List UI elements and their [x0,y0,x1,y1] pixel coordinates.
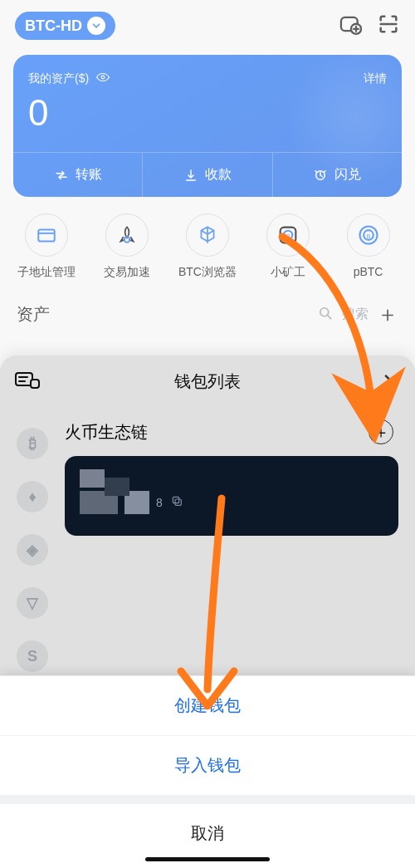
svg-rect-4 [39,230,56,242]
svg-text:B: B [366,233,370,239]
chevron-down-icon [87,17,105,35]
shortcut-miner[interactable]: B 小矿工 [247,213,328,280]
asset-detail-link[interactable]: 详情 [364,71,387,86]
svg-point-3 [316,170,325,179]
search-placeholder[interactable]: 搜索 [342,306,369,323]
create-wallet-option[interactable]: 创建钱包 [0,676,415,736]
wallet-list-title: 钱包列表 [0,370,415,393]
asset-card: 我的资产($) 详情 0 转账 收款 闪兑 [13,55,402,197]
add-asset-button[interactable]: ＋ [377,300,398,329]
add-wallet-plus-button[interactable]: ＋ [369,419,393,444]
receive-button[interactable]: 收款 [142,153,271,197]
transfer-button[interactable]: 转账 [13,153,142,197]
scan-icon[interactable] [377,12,400,39]
shortcut-pbtc[interactable]: B pBTC [328,213,408,280]
chain-btc[interactable]: ₿ [17,428,48,459]
wallet-selector-pill[interactable]: BTC-HD [15,12,115,40]
assets-title: 资产 [17,303,50,326]
shortcuts-row: 子地址管理 交易加速 BTC浏览器 B 小矿工 B pBTC [0,197,415,292]
import-wallet-option[interactable]: 导入钱包 [0,736,415,796]
wallet-name: BTC-HD [25,17,82,35]
wallet-card[interactable]: 8 [65,456,398,536]
shortcut-btc-explorer[interactable]: BTC浏览器 [168,213,248,280]
chain-rail: ₿ ♦ ◈ ▽ S [0,413,65,672]
search-icon[interactable] [317,305,334,325]
asset-title: 我的资产($) [28,71,89,86]
chain-trx[interactable]: ▽ [17,587,48,619]
chain-eos[interactable]: ◈ [17,534,48,566]
wallet-address-suffix: 8 [156,496,164,509]
svg-point-2 [101,76,105,79]
svg-rect-15 [173,497,178,503]
eye-icon[interactable] [95,70,110,87]
close-icon[interactable]: ✕ [382,369,400,395]
swap-button[interactable]: 闪兑 [272,153,402,197]
shortcut-tx-boost[interactable]: 交易加速 [87,213,168,280]
add-wallet-icon[interactable] [339,12,362,39]
svg-text:B: B [286,233,290,239]
chain-eth[interactable]: ♦ [17,481,48,512]
wallet-action-sheet: 创建钱包 导入钱包 取消 [0,675,415,868]
chain-iost[interactable]: S [17,640,48,672]
svg-rect-16 [175,499,181,505]
asset-amount: 0 [28,92,387,134]
shortcut-sub-address[interactable]: 子地址管理 [7,213,87,280]
home-indicator [145,857,270,861]
copy-icon[interactable] [170,494,183,511]
chain-name: 火币生态链 [65,421,148,444]
